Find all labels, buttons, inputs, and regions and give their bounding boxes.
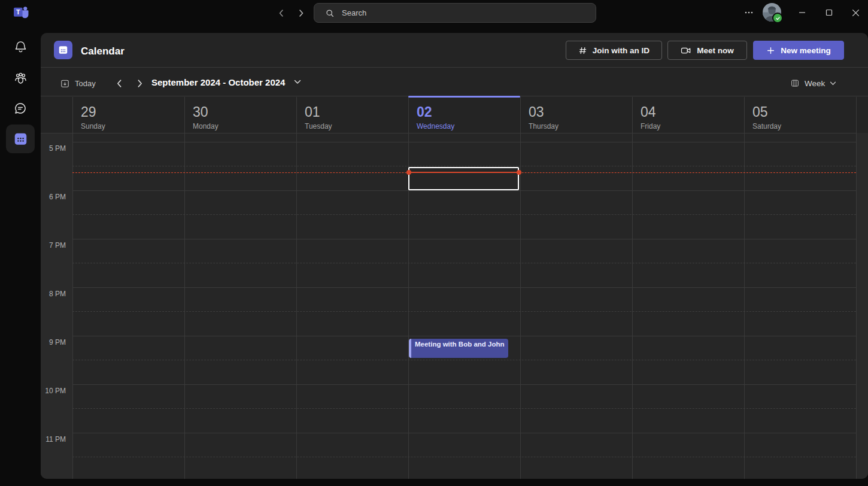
next-week-button[interactable] bbox=[135, 78, 144, 89]
date-range-selector[interactable]: September 2024 - October 2024 bbox=[151, 77, 301, 87]
chevron-down-icon bbox=[830, 81, 836, 86]
chevron-left-icon bbox=[115, 79, 124, 88]
current-time-dot bbox=[517, 170, 521, 175]
day-header-tuesday[interactable]: 01 Tuesday bbox=[296, 98, 408, 133]
day-header-friday[interactable]: 04 Friday bbox=[632, 98, 744, 133]
more-options-button[interactable] bbox=[742, 7, 755, 19]
maximize-icon bbox=[825, 9, 833, 16]
svg-text:T: T bbox=[16, 8, 20, 16]
new-meeting-label: New meeting bbox=[781, 46, 830, 55]
day-header-monday[interactable]: 30 Monday bbox=[184, 98, 296, 133]
teams-window: T Search bbox=[0, 0, 868, 486]
close-button[interactable] bbox=[848, 7, 863, 19]
grid-hour-line bbox=[72, 287, 856, 288]
search-placeholder: Search bbox=[342, 8, 366, 17]
day-header-saturday[interactable]: 05 Saturday bbox=[744, 98, 856, 133]
grid-half-hour-line bbox=[72, 166, 856, 166]
current-time-dot bbox=[406, 170, 411, 175]
grid-line bbox=[520, 97, 521, 479]
search-icon bbox=[325, 8, 335, 18]
calendar-today-icon bbox=[60, 78, 70, 89]
nav-back-button[interactable] bbox=[275, 7, 287, 19]
time-label-7pm: 7 PM bbox=[41, 241, 66, 250]
sidebar-item-calendar[interactable] bbox=[6, 124, 35, 153]
time-label-10pm: 10 PM bbox=[41, 387, 66, 395]
grid-hour-line bbox=[72, 190, 856, 191]
view-selector-week[interactable]: Week bbox=[790, 77, 836, 89]
check-icon bbox=[776, 16, 780, 20]
chevron-right-icon bbox=[135, 79, 144, 88]
time-label-11pm: 11 PM bbox=[41, 435, 66, 444]
week-view-icon bbox=[790, 78, 800, 88]
grid-hour-line bbox=[72, 142, 856, 142]
time-label-6pm: 6 PM bbox=[41, 193, 66, 201]
grid-hour-line bbox=[72, 384, 856, 385]
sidebar-item-activity[interactable] bbox=[6, 32, 35, 61]
new-meeting-button[interactable]: New meeting bbox=[753, 41, 844, 60]
nav-forward-button[interactable] bbox=[295, 7, 307, 19]
grid-line bbox=[744, 97, 745, 479]
grid-half-hour-line bbox=[72, 457, 856, 457]
calendar-panel: Calendar Join with an ID Meet now New me… bbox=[41, 33, 868, 479]
day-header-thursday[interactable]: 03 Thursday bbox=[520, 98, 632, 133]
chevron-left-icon bbox=[277, 9, 286, 17]
grid-hour-line bbox=[72, 433, 856, 433]
grid-line bbox=[632, 97, 633, 479]
grid-line bbox=[296, 97, 297, 479]
calendar-app-tile bbox=[54, 41, 72, 59]
grid-half-hour-line bbox=[72, 263, 856, 263]
current-time-line-today bbox=[409, 172, 519, 173]
chevron-right-icon bbox=[297, 9, 305, 17]
teams-logo-icon: T bbox=[13, 5, 29, 20]
presence-available-badge bbox=[772, 13, 783, 23]
sidebar-item-chat[interactable] bbox=[6, 94, 35, 123]
today-label: Today bbox=[75, 79, 96, 88]
grid-line bbox=[184, 97, 185, 479]
day-header-wednesday[interactable]: 02 Wednesday bbox=[408, 98, 520, 133]
grid-hour-line bbox=[72, 336, 856, 336]
minimize-button[interactable] bbox=[795, 7, 809, 19]
grid-hour-line bbox=[72, 239, 856, 239]
grid-line bbox=[72, 97, 73, 479]
event-title: Meeting with Bob and John bbox=[415, 341, 505, 348]
today-button[interactable]: Today bbox=[60, 77, 96, 89]
meet-now-label: Meet now bbox=[697, 46, 734, 55]
grid-half-hour-line bbox=[72, 214, 856, 215]
maximize-button[interactable] bbox=[822, 7, 836, 19]
join-with-id-button[interactable]: Join with an ID bbox=[566, 41, 662, 60]
page-title: Calendar bbox=[81, 45, 125, 57]
chat-icon bbox=[13, 101, 28, 116]
minimize-icon bbox=[799, 9, 806, 16]
sidebar-item-teams[interactable] bbox=[6, 63, 35, 92]
time-label-8pm: 8 PM bbox=[41, 290, 66, 298]
grid-line bbox=[408, 97, 409, 479]
view-selector-label: Week bbox=[805, 79, 825, 88]
plus-icon bbox=[766, 46, 775, 55]
calendar-icon bbox=[13, 131, 29, 147]
join-with-id-label: Join with an ID bbox=[593, 46, 650, 55]
chevron-down-icon bbox=[294, 80, 301, 84]
hash-icon bbox=[578, 46, 587, 55]
prev-week-button[interactable] bbox=[115, 78, 124, 89]
ellipsis-icon bbox=[744, 8, 754, 17]
calendar-tile-icon bbox=[57, 44, 69, 56]
camera-icon bbox=[681, 46, 691, 55]
bell-icon bbox=[14, 40, 28, 54]
search-input[interactable]: Search bbox=[314, 3, 596, 23]
grid-line bbox=[856, 97, 857, 479]
grid-half-hour-line bbox=[72, 311, 856, 312]
event-meeting-with-bob-and-john[interactable]: Meeting with Bob and John bbox=[409, 339, 508, 358]
day-header-divider bbox=[41, 133, 856, 133]
grid-half-hour-line bbox=[72, 360, 856, 360]
header-divider bbox=[41, 67, 868, 68]
user-avatar[interactable] bbox=[763, 3, 781, 22]
meet-now-button[interactable]: Meet now bbox=[667, 41, 747, 60]
close-icon bbox=[852, 9, 860, 17]
time-label-9pm: 9 PM bbox=[41, 338, 66, 347]
time-label-5pm: 5 PM bbox=[41, 144, 66, 153]
selected-time-slot[interactable] bbox=[408, 167, 519, 190]
day-header-sunday[interactable]: 29 Sunday bbox=[72, 98, 184, 133]
people-icon bbox=[13, 71, 28, 85]
date-range-label: September 2024 - October 2024 bbox=[151, 77, 285, 87]
grid-half-hour-line bbox=[72, 408, 856, 409]
